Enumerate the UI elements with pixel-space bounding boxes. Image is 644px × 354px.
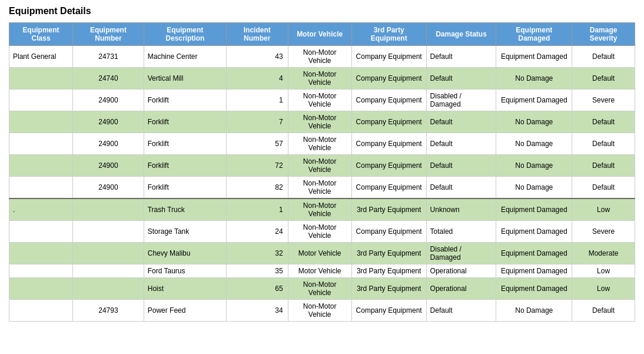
table-cell: Default	[426, 133, 496, 155]
table-cell: 24793	[73, 300, 144, 322]
table-cell: Non-Motor Vehicle	[288, 300, 351, 322]
table-cell	[9, 278, 73, 300]
table-cell: Default	[426, 46, 496, 68]
table-row: 24740Vertical Mill4Non-Motor VehicleComp…	[9, 68, 635, 90]
table-cell: Chevy Malibu	[144, 243, 226, 264]
table-cell: Default	[572, 133, 635, 155]
table-cell: No Damage	[496, 68, 572, 90]
table-cell: Non-Motor Vehicle	[288, 46, 351, 68]
table-row: 24900Forklift7Non-Motor VehicleCompany E…	[9, 111, 635, 133]
table-cell: Equipment Damaged	[496, 243, 572, 264]
table-cell: Moderate	[572, 243, 635, 264]
table-cell	[9, 155, 73, 177]
table-cell: 1	[226, 198, 288, 221]
table-cell: Non-Motor Vehicle	[288, 198, 351, 221]
table-cell: Default	[572, 46, 635, 68]
table-cell: Equipment Damaged	[496, 264, 572, 278]
col-damage-severity: Damage Severity	[572, 23, 635, 46]
table-cell: Company Equipment	[351, 155, 426, 177]
table-row: Chevy Malibu32Motor Vehicle3rd Party Equ…	[9, 243, 635, 264]
table-cell: No Damage	[496, 111, 572, 133]
table-cell: 3rd Party Equipment	[351, 264, 426, 278]
table-cell: Severe	[572, 221, 635, 243]
table-cell: No Damage	[496, 300, 572, 322]
table-cell: Operational	[426, 264, 496, 278]
table-cell: Equipment Damaged	[496, 46, 572, 68]
table-cell: Default	[426, 155, 496, 177]
table-cell: No Damage	[496, 155, 572, 177]
table-cell: Non-Motor Vehicle	[288, 68, 351, 90]
table-cell: Hoist	[144, 278, 226, 300]
table-cell: 72	[226, 155, 288, 177]
table-cell	[9, 90, 73, 111]
equipment-table: Equipment Class Equipment Number Equipme…	[9, 22, 635, 322]
table-cell: Disabled / Damaged	[426, 90, 496, 111]
table-cell	[73, 221, 144, 243]
table-cell: Plant General	[9, 46, 73, 68]
table-cell: 3rd Party Equipment	[351, 278, 426, 300]
table-cell: Default	[572, 177, 635, 199]
col-3rd-party: 3rd Party Equipment	[351, 23, 426, 46]
table-cell: Default	[426, 68, 496, 90]
table-cell	[73, 198, 144, 221]
table-cell: Company Equipment	[351, 221, 426, 243]
table-cell: Non-Motor Vehicle	[288, 177, 351, 199]
table-cell: Company Equipment	[351, 46, 426, 68]
table-cell	[73, 264, 144, 278]
table-cell: Company Equipment	[351, 300, 426, 322]
table-cell: Company Equipment	[351, 111, 426, 133]
table-cell: Default	[426, 177, 496, 199]
table-cell	[73, 278, 144, 300]
table-cell: No Damage	[496, 177, 572, 199]
table-cell: 57	[226, 133, 288, 155]
table-cell: 4	[226, 68, 288, 90]
table-row: Ford Taurus35Motor Vehicle3rd Party Equi…	[9, 264, 635, 278]
table-cell: Ford Taurus	[144, 264, 226, 278]
col-eq-class: Equipment Class	[9, 23, 73, 46]
table-cell: Forklift	[144, 111, 226, 133]
col-motor-vehicle: Motor Vehicle	[288, 23, 351, 46]
table-cell: 24900	[73, 111, 144, 133]
table-cell: Disabled / Damaged	[426, 243, 496, 264]
table-cell: Severe	[572, 90, 635, 111]
table-header-row: Equipment Class Equipment Number Equipme…	[9, 23, 635, 46]
table-cell: Non-Motor Vehicle	[288, 133, 351, 155]
table-cell: 3rd Party Equipment	[351, 198, 426, 221]
table-row: .Trash Truck1Non-Motor Vehicle3rd Party …	[9, 198, 635, 221]
table-cell: 35	[226, 264, 288, 278]
col-eq-damaged: Equipment Damaged	[496, 23, 572, 46]
table-cell: Company Equipment	[351, 90, 426, 111]
table-cell: 24740	[73, 68, 144, 90]
table-cell: Low	[572, 278, 635, 300]
table-cell: 24900	[73, 155, 144, 177]
table-cell: Company Equipment	[351, 133, 426, 155]
col-eq-number: Equipment Number	[73, 23, 144, 46]
table-cell: Operational	[426, 278, 496, 300]
col-damage-status: Damage Status	[426, 23, 496, 46]
table-cell: 24900	[73, 90, 144, 111]
table-cell: Default	[572, 68, 635, 90]
table-cell	[9, 177, 73, 199]
table-cell: 43	[226, 46, 288, 68]
table-cell: Non-Motor Vehicle	[288, 221, 351, 243]
table-cell: Forklift	[144, 177, 226, 199]
table-row: 24900Forklift1Non-Motor VehicleCompany E…	[9, 90, 635, 111]
table-cell: Equipment Damaged	[496, 198, 572, 221]
table-row: 24900Forklift72Non-Motor VehicleCompany …	[9, 155, 635, 177]
table-cell: 34	[226, 300, 288, 322]
table-cell: No Damage	[496, 133, 572, 155]
table-cell: Low	[572, 198, 635, 221]
table-cell: 24900	[73, 177, 144, 199]
table-cell: Non-Motor Vehicle	[288, 111, 351, 133]
table-cell: 3rd Party Equipment	[351, 243, 426, 264]
table-row: Plant General24731Machine Center43Non-Mo…	[9, 46, 635, 68]
table-cell	[9, 133, 73, 155]
table-cell: Unknown	[426, 198, 496, 221]
page-title: Equipment Details	[9, 6, 635, 16]
table-cell: Forklift	[144, 90, 226, 111]
table-cell: Power Feed	[144, 300, 226, 322]
table-row: Storage Tank24Non-Motor VehicleCompany E…	[9, 221, 635, 243]
table-cell: Non-Motor Vehicle	[288, 278, 351, 300]
table-cell: Low	[572, 264, 635, 278]
table-cell: Equipment Damaged	[496, 278, 572, 300]
